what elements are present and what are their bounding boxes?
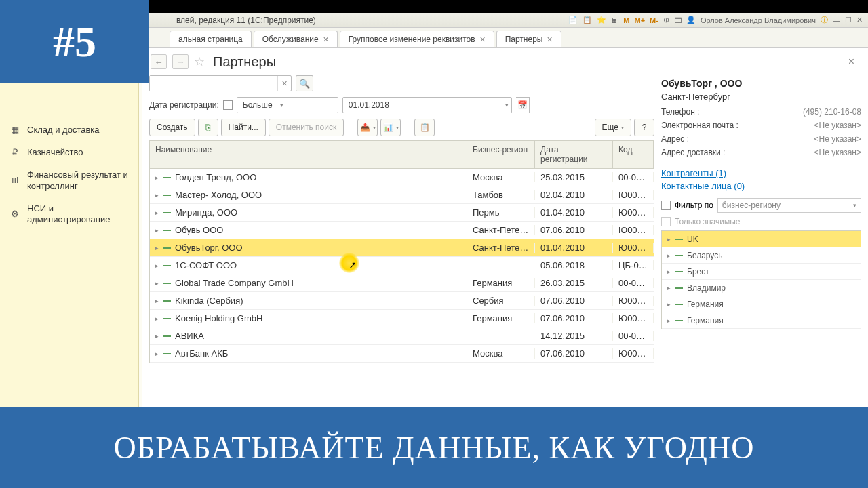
tool-icon[interactable]: 🖩 — [610, 16, 620, 24]
tool-icon[interactable]: 📄 — [567, 16, 579, 24]
expand-icon[interactable]: ▸ — [155, 333, 159, 340]
detail-city: Санкт-Петербург — [661, 92, 861, 102]
table-row[interactable]: ▸Обувь ОООСанкт-Петер...07.06.2010Ю0000.… — [150, 222, 654, 239]
expand-icon[interactable]: ▸ — [667, 236, 671, 243]
tab[interactable]: Обслуживание✕ — [254, 30, 338, 47]
sidebar-item[interactable]: ▦Склад и доставка — [0, 119, 138, 142]
col-header[interactable]: Код — [613, 141, 654, 168]
sidebar-item[interactable]: ⚙НСИ и администрирование — [0, 198, 138, 232]
filter-by-checkbox[interactable] — [661, 201, 671, 210]
tab-close-icon[interactable]: ✕ — [323, 35, 329, 44]
expand-icon[interactable]: ▸ — [667, 301, 671, 308]
find-button[interactable]: Найти... — [221, 119, 266, 136]
operator-select[interactable]: Больше▾ — [237, 97, 338, 113]
sidebar-item[interactable]: ıılФинансовый результат и контроллинг — [0, 164, 138, 198]
expand-icon[interactable]: ▸ — [667, 268, 671, 275]
favorite-icon[interactable]: ☆ — [194, 54, 205, 69]
region-item[interactable]: ▸Германия — [662, 296, 861, 312]
tab[interactable]: альная страница — [170, 30, 252, 47]
create-button[interactable]: Создать — [149, 119, 195, 136]
expand-icon[interactable]: ▸ — [667, 317, 671, 324]
table-row[interactable]: ▸Koenig Holding GmbHГермания07.06.2010Ю0… — [150, 310, 654, 327]
expand-icon[interactable]: ▸ — [155, 280, 159, 287]
search-button[interactable]: 🔍 — [296, 75, 313, 92]
page-close-icon[interactable]: × — [848, 56, 860, 68]
expand-icon[interactable]: ▸ — [155, 245, 159, 251]
col-header[interactable]: Бизнес-регион — [467, 141, 535, 168]
copy-button[interactable]: ⎘ — [198, 119, 218, 136]
expand-icon[interactable]: ▸ — [155, 209, 159, 216]
table-row[interactable]: ▸1С-СОФТ ООО05.06.2018ЦБ-000... — [150, 257, 654, 274]
region-item[interactable]: ▸Брест — [662, 264, 861, 280]
region-item[interactable]: ▸UK — [662, 231, 861, 247]
item-icon — [675, 304, 683, 305]
tool-icon[interactable]: 🗔 — [673, 16, 683, 24]
item-icon — [163, 195, 171, 196]
expand-icon[interactable]: ▸ — [155, 315, 159, 322]
date-input[interactable]: 01.01.2018 ▾ — [342, 97, 512, 113]
expand-icon[interactable]: ▸ — [155, 174, 159, 181]
tool-icon[interactable]: 📋 — [581, 16, 593, 24]
info-icon[interactable]: ⓘ — [819, 15, 829, 25]
item-icon — [163, 265, 171, 266]
sidebar-item[interactable]: ₽Казначейство — [0, 142, 138, 164]
report-button[interactable]: 📊▾ — [380, 119, 401, 136]
search-input[interactable]: ✕ — [149, 75, 292, 92]
region-item[interactable]: ▸Беларусь — [662, 247, 861, 264]
tab-close-icon[interactable]: ✕ — [479, 35, 486, 44]
nav-forward-button[interactable]: → — [172, 54, 189, 69]
table-row[interactable]: ▸Kikinda (Сербия)Сербия07.06.2010Ю0000..… — [150, 292, 654, 310]
help-button[interactable]: ? — [634, 119, 654, 136]
expand-icon[interactable]: ▸ — [155, 262, 159, 269]
list-button[interactable]: 📋 — [414, 119, 435, 136]
expand-icon[interactable]: ▸ — [155, 227, 159, 234]
list-pane: ✕ 🔍 Дата регистрации: Больше▾ 01.01.2018… — [149, 75, 654, 407]
table-row[interactable]: ▸Миринда, ОООПермь01.04.2010Ю0000... — [150, 204, 654, 222]
close-icon[interactable]: ✕ — [855, 16, 864, 24]
col-header[interactable]: Дата регистрации — [535, 141, 613, 168]
nav-back-button[interactable]: ← — [151, 54, 167, 69]
expand-icon[interactable]: ▸ — [667, 285, 671, 291]
tool-icon[interactable]: ⭐ — [595, 16, 608, 24]
search-field[interactable] — [150, 76, 277, 91]
search-clear-icon[interactable]: ✕ — [277, 76, 291, 91]
table-row[interactable]: ▸Мастер- Холод, ОООТамбов02.04.2010Ю0000… — [150, 186, 654, 204]
mem-mplus-icon[interactable]: M+ — [633, 16, 647, 24]
mem-mminus-icon[interactable]: M- — [648, 16, 660, 24]
calendar-icon[interactable]: 📅 — [516, 97, 530, 113]
expand-icon[interactable]: ▸ — [155, 350, 159, 357]
tab[interactable]: Групповое изменение реквизитов✕ — [340, 30, 494, 47]
expand-icon[interactable]: ▸ — [667, 252, 671, 259]
export-button[interactable]: 📤▾ — [357, 119, 378, 136]
col-header[interactable]: Наименование — [150, 141, 467, 168]
maximize-icon[interactable]: ☐ — [844, 16, 853, 24]
table-row[interactable]: ▸АВИКА14.12.201500-000... — [150, 327, 654, 345]
more-button[interactable]: Еще ▾ — [595, 119, 631, 136]
expand-icon[interactable]: ▸ — [155, 192, 159, 199]
item-icon — [675, 320, 683, 321]
tab-active[interactable]: Партнеры✕ — [496, 30, 562, 47]
contacts-link[interactable]: Контактные лица (0) — [661, 181, 745, 191]
field-label: Адрес доставки : — [661, 148, 814, 157]
expand-icon[interactable]: ▸ — [155, 298, 159, 304]
only-significant-checkbox[interactable] — [661, 217, 671, 226]
tool-icon[interactable]: ⊕ — [662, 16, 671, 24]
filter-checkbox[interactable] — [223, 100, 233, 110]
region-item[interactable]: ▸Владимир — [662, 280, 861, 296]
data-grid: Наименование Бизнес-регион Дата регистра… — [149, 140, 654, 363]
table-row[interactable]: ▸ОбувьТорг, ОООСанкт-Петер...01.04.2010Ю… — [150, 239, 654, 257]
main-area: альная страница Обслуживание✕ Групповое … — [142, 28, 868, 407]
minimize-icon[interactable]: — — [831, 16, 842, 24]
region-item[interactable]: ▸Германия — [662, 312, 861, 329]
item-icon — [675, 239, 683, 240]
counterparties-link[interactable]: Контрагенты (1) — [661, 168, 726, 178]
table-row[interactable]: ▸Голден Тренд, ОООМосква25.03.201500-000… — [150, 169, 654, 186]
cancel-search-button[interactable]: Отменить поиск — [269, 119, 344, 136]
item-icon — [675, 255, 683, 256]
table-row[interactable]: ▸АвтБанк АКБМосква07.06.2010Ю0000... — [150, 345, 654, 363]
table-row[interactable]: ▸Global Trade Company GmbHГермания26.03.… — [150, 274, 654, 292]
tab-close-icon[interactable]: ✕ — [547, 35, 553, 44]
mem-m-icon[interactable]: M — [622, 16, 631, 24]
filter-by-select[interactable]: бизнес-региону▾ — [717, 198, 861, 213]
item-icon — [163, 318, 171, 319]
